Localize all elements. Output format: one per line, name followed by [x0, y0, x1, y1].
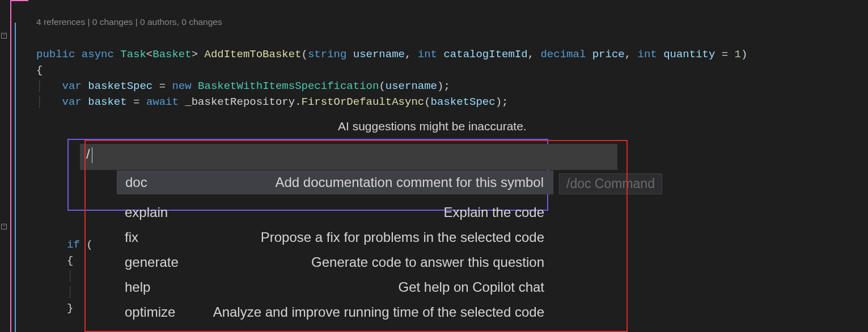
param-catalogitemid: catalogItemId: [443, 48, 527, 61]
type-task: Task: [120, 48, 146, 61]
var-basket: basket: [88, 96, 126, 108]
command-tooltip: /doc Command: [559, 173, 662, 194]
equals: =: [153, 80, 172, 92]
cmd-desc: Generate code to answer this question: [188, 254, 544, 270]
paren-open: (: [379, 80, 385, 92]
paren-close-semi: );: [437, 80, 450, 92]
outline-margin-pink-top: [10, 0, 28, 1]
angle-close: >: [192, 48, 198, 61]
cmd-item-fix[interactable]: fix Propose a fix for problems in the se…: [117, 225, 553, 250]
paren-close: ): [741, 48, 747, 61]
param-price: price: [592, 48, 625, 61]
field-basketrepository: _basketRepository: [185, 96, 295, 108]
keyword-await: await: [146, 96, 179, 108]
comma: ,: [625, 48, 631, 61]
fold-toggle-icon[interactable]: −: [1, 224, 7, 229]
paren-open: (: [424, 96, 430, 108]
outline-margin-blue: [15, 23, 16, 332]
cmd-desc: Explain the code: [177, 205, 544, 220]
default-value: 1: [735, 48, 741, 61]
cmd-desc: Analyze and improve running time of the …: [184, 304, 544, 320]
cmd-item-doc[interactable]: doc Add documentation comment for this s…: [117, 171, 553, 194]
codelens-info[interactable]: 4 references | 0 changes | 0 authors, 0 …: [36, 17, 222, 27]
keyword-async: async: [82, 48, 114, 61]
type-basketwithitemsspecification: BasketWithItemsSpecification: [198, 80, 379, 92]
method-firstordefaultasync: FirstOrDefaultAsync: [302, 96, 425, 108]
angle-open: <: [146, 48, 153, 61]
cmd-name: explain: [125, 205, 168, 220]
cmd-name: generate: [125, 254, 179, 270]
paren-open: (: [86, 239, 92, 251]
cmd-desc: Propose a fix for problems in the select…: [147, 229, 544, 245]
brace-close: }: [67, 302, 73, 314]
slash-command-popup: doc Add documentation comment for this s…: [117, 171, 553, 194]
keyword-new: new: [172, 80, 191, 92]
keyword-var: var: [62, 96, 82, 108]
keyword-decimal: decimal: [540, 48, 586, 61]
paren-close-semi: );: [496, 96, 509, 108]
keyword-public: public: [36, 48, 75, 61]
keyword-var: var: [62, 80, 82, 92]
param-quantity: quantity: [663, 48, 715, 61]
cmd-item-explain[interactable]: explain Explain the code: [117, 200, 553, 225]
arg-basketspec: basketSpec: [431, 96, 496, 108]
fold-toggle-icon[interactable]: −: [1, 33, 7, 39]
equals: =: [715, 48, 734, 61]
ai-disclaimer: AI suggestions might be inaccurate.: [338, 120, 527, 133]
keyword-string: string: [308, 48, 346, 61]
keyword-int: int: [638, 48, 657, 61]
cmd-item-generate[interactable]: generate Generate code to answer this qu…: [117, 250, 553, 275]
inline-chat-input[interactable]: [80, 144, 617, 170]
cmd-name: help: [125, 279, 150, 295]
text-cursor: [92, 147, 92, 163]
code-editor-content[interactable]: public async Task<Basket> AddItemToBaske…: [36, 31, 747, 110]
dot: .: [295, 96, 301, 108]
cmd-desc: Get help on Copilot chat: [159, 279, 544, 295]
keyword-if: if: [67, 239, 80, 251]
cmd-name: doc: [125, 174, 147, 190]
comma: ,: [405, 48, 411, 61]
var-basketspec: basketSpec: [88, 80, 153, 92]
param-username: username: [353, 48, 405, 61]
keyword-int: int: [418, 48, 437, 61]
code-behind-popup: if ( { │ │ } bask: [67, 221, 93, 332]
brace-open: {: [36, 64, 43, 76]
brace-open: {: [67, 254, 73, 267]
cmd-item-optimize[interactable]: optimize Analyze and improve running tim…: [117, 300, 553, 325]
paren-open: (: [302, 48, 308, 61]
method-name: AddItemToBasket: [205, 48, 302, 61]
slash-command-list: explain Explain the code fix Propose a f…: [117, 200, 553, 325]
cmd-name: optimize: [125, 304, 175, 320]
type-basket: Basket: [153, 48, 191, 61]
cmd-item-help[interactable]: help Get help on Copilot chat: [117, 275, 553, 300]
cmd-desc: Add documentation comment for this symbo…: [156, 174, 544, 190]
cmd-name: fix: [125, 229, 138, 245]
slash-prefix: /: [86, 146, 90, 162]
equals: =: [127, 96, 146, 108]
arg-username: username: [386, 80, 437, 92]
outline-margin-pink: [10, 0, 11, 332]
comma: ,: [528, 48, 534, 61]
